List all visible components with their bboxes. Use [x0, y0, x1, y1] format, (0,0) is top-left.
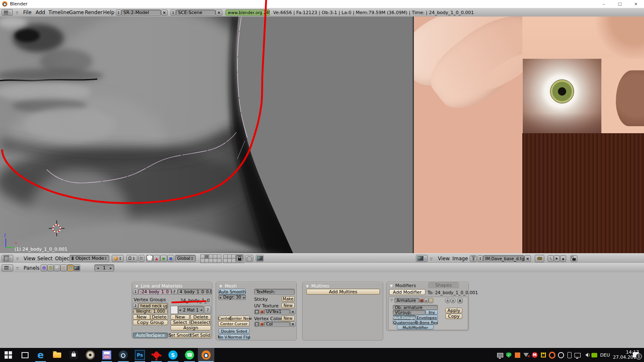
taskbar-photoshop[interactable]: Ps [132, 348, 148, 362]
taskbar-store[interactable] [65, 348, 82, 362]
taskbar-explorer[interactable] [49, 348, 65, 362]
center-new-button[interactable]: Center New [231, 316, 250, 321]
window-type-button[interactable]: : [2, 9, 13, 16]
no-vnormal-flip-toggle[interactable]: No V.Normal Flip [219, 334, 250, 340]
tab-modifiers[interactable]: ▼Modifiers [390, 283, 416, 288]
tab-shapes[interactable]: Shapes [428, 282, 459, 288]
add-modifier-button[interactable]: Add Modifier [389, 289, 425, 295]
object-context-button[interactable]: ⤧ [60, 264, 67, 271]
script-context-button[interactable] [47, 264, 54, 271]
record-button[interactable]: ● [560, 255, 566, 262]
paint-mode-button[interactable]: / [548, 255, 554, 262]
panel-header-mesh[interactable]: ▼Mesh [219, 283, 237, 289]
taskbar-app-round[interactable] [82, 348, 99, 362]
add-multires-button[interactable]: Add Multires [306, 289, 380, 295]
viewport-menu-object[interactable]: Object [55, 256, 71, 261]
assign-button[interactable]: Assign [171, 325, 211, 331]
version-button[interactable]: www.blender.org 249.2 [226, 10, 270, 16]
vgroup-new-button[interactable]: New [133, 314, 150, 320]
modifier-realtime-toggle[interactable] [428, 298, 433, 303]
tray-steam-icon[interactable] [557, 352, 564, 358]
panel-header-link-materials[interactable]: ▼Link and Materials [135, 283, 183, 289]
vgroup-browse-button[interactable]: ↕ [133, 303, 138, 309]
viewport-menu-view[interactable]: View [24, 256, 35, 261]
image-unlink-button[interactable]: × [524, 255, 531, 262]
material-deselect-button[interactable]: Deselect [190, 320, 211, 325]
minimize-button[interactable]: – [596, 0, 612, 8]
tray-display-icon[interactable] [574, 352, 581, 358]
bbone-rest-toggle[interactable]: B-Bone Res [416, 320, 438, 325]
object-name-field[interactable]: 4_body_1_0_0.001 [178, 289, 212, 295]
fake-user-button[interactable]: F [172, 289, 178, 295]
orientation-dropdown[interactable]: Global ↕ [175, 255, 196, 262]
vcol-new-button[interactable]: New [281, 316, 295, 321]
multimodifier-toggle[interactable]: MultiModifier [397, 325, 434, 330]
panel-header-multires[interactable]: ▼Multires [306, 283, 329, 289]
quaternion-toggle[interactable]: Quaternion [393, 320, 416, 325]
image-browse-button[interactable]: ↕ [478, 255, 483, 262]
panels-menu[interactable]: Panels [24, 265, 40, 271]
uv-grid-button[interactable] [254, 309, 259, 314]
material-help-button[interactable]: ? [204, 306, 211, 314]
screen-selector[interactable]: SR:2-Model [121, 10, 161, 16]
layer-grid-1[interactable] [200, 254, 221, 263]
scale-manipulator-button[interactable]: ■ [167, 255, 174, 262]
viewport-3d[interactable]: Z y x (1) 24_body_1_0_0.001 [0, 17, 413, 253]
close-button[interactable]: × [628, 0, 644, 8]
image-menu-image[interactable]: Image [452, 256, 468, 261]
tray-java-icon[interactable] [514, 352, 521, 358]
scene-selector-icon[interactable]: ↕ [171, 10, 176, 16]
image-editor-type-button[interactable]: : [416, 255, 428, 262]
pivot-center-button[interactable] [138, 255, 144, 262]
degr-field[interactable]: ◂Degr: 30▸ [219, 295, 246, 300]
scene-context-button[interactable] [74, 264, 80, 271]
material-slot-field[interactable]: ◂2 Mat 1▸ [178, 306, 204, 314]
material-delete-button[interactable]: Delete [190, 314, 211, 320]
notification-center-icon[interactable]: 1 [632, 351, 639, 358]
uvtex-delete-button[interactable]: × [290, 309, 296, 314]
task-view-button[interactable] [17, 348, 33, 362]
pin-image-button[interactable] [470, 255, 477, 262]
tray-mega-icon[interactable]: M [531, 352, 538, 358]
scene-delete-button[interactable]: × [216, 10, 222, 16]
vert-groups-toggle[interactable]: Vert.Groups [393, 315, 416, 320]
modifier-collapse-icon[interactable]: ▽ [390, 298, 393, 302]
taskbar-steam[interactable] [115, 348, 132, 362]
taskbar-red-app[interactable] [148, 348, 165, 362]
menu-file[interactable]: File [23, 10, 31, 15]
taskbar-blender-active[interactable] [198, 348, 214, 362]
modifier-editmode-toggle[interactable]: + [424, 298, 428, 303]
set-solid-button[interactable]: Set Solid [191, 333, 211, 338]
material-select-button[interactable]: Select [171, 320, 190, 325]
copy-modifier-button[interactable]: Copy [445, 314, 462, 319]
menu-render[interactable]: Render [85, 10, 103, 15]
tray-usb-icon[interactable] [566, 352, 573, 358]
mesh-browse-button[interactable]: ↕ [133, 289, 138, 295]
mesh-name-field[interactable]: :24_body_1_0_0.001 [138, 289, 172, 295]
vgroup-delete-button[interactable]: Delete [150, 314, 168, 320]
texmesh-field[interactable]: TexMesh: [254, 289, 295, 295]
screen-delete-button[interactable]: × [161, 10, 168, 16]
sticky-make-button[interactable]: Make [281, 296, 295, 302]
manipulator-toggle-button[interactable] [146, 255, 153, 262]
set-smooth-button[interactable]: Set Smooth [171, 333, 190, 338]
editor-type-button[interactable]: : [2, 255, 13, 262]
inv-toggle[interactable]: Inv [425, 310, 438, 315]
material-new-button[interactable]: New [171, 314, 190, 320]
image-menu-view[interactable]: View [438, 256, 449, 261]
auto-smooth-toggle[interactable]: Auto Smooth [219, 289, 246, 295]
uv-new-button[interactable]: New [281, 303, 295, 308]
scene-selector[interactable]: SCE:Scene [176, 10, 216, 16]
vcol-delete-button[interactable]: × [290, 321, 296, 327]
tray-volume-icon[interactable]: ) [583, 352, 590, 358]
page-number-field[interactable]: ◂ 1 ▸ [94, 264, 114, 271]
material-color-swatch[interactable] [171, 306, 178, 314]
tray-lock-icon[interactable] [540, 352, 547, 358]
modifier-delete-button[interactable]: × [457, 298, 463, 303]
tray-language[interactable]: DEU [600, 352, 610, 358]
vcol-face-button[interactable] [259, 321, 264, 327]
game-texture-button[interactable] [535, 255, 544, 262]
viewport-menu-select[interactable]: Select [37, 256, 53, 261]
uvtex-name-field[interactable]: UVTex1 [264, 309, 290, 314]
play-anim-button[interactable]: ▶ [554, 255, 560, 262]
